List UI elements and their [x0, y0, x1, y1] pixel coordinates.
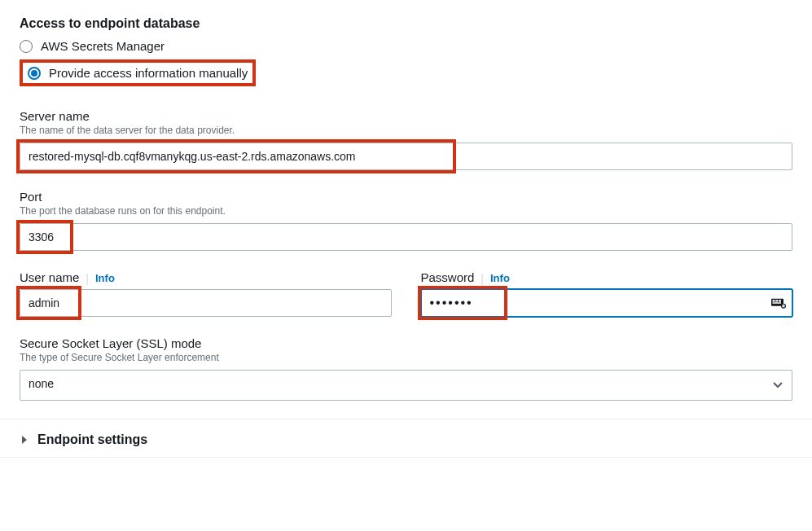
svg-rect-7 [783, 305, 785, 307]
ssl-mode-desc: The type of Secure Socket Layer enforcem… [20, 352, 792, 363]
radio-manual-highlight: Provide access information manually [20, 59, 256, 86]
username-field: User name | Info [20, 270, 392, 317]
username-label: User name [20, 270, 79, 284]
endpoint-settings-toggle[interactable]: Endpoint settings [20, 419, 792, 457]
username-info-link[interactable]: Info [95, 272, 115, 284]
svg-rect-3 [779, 300, 781, 301]
radio-icon-unchecked [20, 40, 33, 53]
divider [0, 457, 812, 458]
port-desc: The port the database runs on for this e… [20, 205, 792, 217]
ssl-mode-label: Secure Socket Layer (SSL) mode [20, 336, 201, 350]
radio-manual[interactable]: Provide access information manually [28, 66, 248, 80]
password-info-link[interactable]: Info [490, 272, 510, 284]
access-radio-group: AWS Secrets Manager Provide access infor… [20, 39, 792, 86]
username-input[interactable] [20, 289, 392, 317]
server-name-field: Server name The name of the data server … [20, 109, 792, 170]
radio-label: Provide access information manually [49, 66, 248, 80]
radio-icon-checked [28, 67, 41, 80]
endpoint-settings-title: Endpoint settings [37, 432, 147, 447]
radio-secrets-manager[interactable]: AWS Secrets Manager [20, 39, 792, 53]
credentials-row: User name | Info Password | Info [20, 270, 792, 317]
password-label: Password [421, 270, 475, 284]
port-field: Port The port the database runs on for t… [20, 190, 792, 251]
separator: | [86, 272, 89, 285]
password-field: Password | Info [421, 270, 793, 317]
chevron-right-icon [20, 435, 29, 445]
port-input[interactable] [20, 223, 792, 251]
access-heading: Access to endpoint database [20, 16, 792, 31]
svg-rect-4 [773, 302, 782, 304]
separator: | [481, 272, 484, 285]
port-label: Port [20, 190, 42, 204]
svg-rect-1 [773, 300, 775, 301]
credential-store-icon [771, 297, 786, 309]
ssl-mode-field: Secure Socket Layer (SSL) mode The type … [20, 336, 792, 401]
server-name-input[interactable] [20, 143, 792, 170]
ssl-mode-select[interactable]: none [20, 370, 792, 401]
server-name-desc: The name of the data server for the data… [20, 125, 792, 136]
svg-rect-2 [775, 300, 778, 301]
password-input[interactable] [421, 289, 793, 317]
server-name-label: Server name [20, 109, 90, 123]
radio-label: AWS Secrets Manager [41, 39, 165, 53]
